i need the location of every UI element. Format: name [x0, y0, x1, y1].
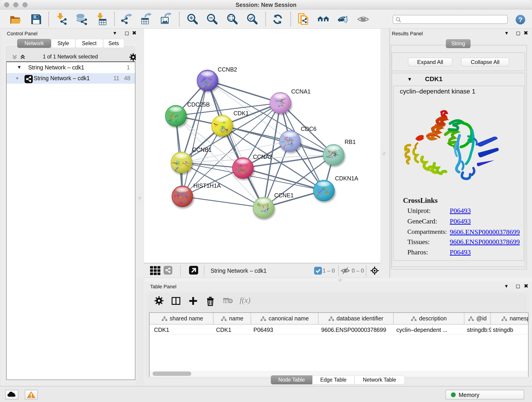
svg-text:CCNB2: CCNB2: [218, 66, 237, 73]
svg-text:CDK1: CDK1: [234, 110, 249, 116]
svg-text:?: ?: [518, 16, 522, 23]
svg-text:CCNE1: CCNE1: [274, 192, 294, 198]
svg-text:CDC6: CDC6: [301, 126, 317, 132]
svg-text:CCNA2: CCNA2: [253, 153, 272, 160]
svg-text:CDKN1A: CDKN1A: [335, 175, 358, 182]
svg-text:RB1: RB1: [345, 139, 356, 145]
svg-text:HIST1H1A: HIST1H1A: [193, 182, 221, 189]
svg-text:CCNA1: CCNA1: [291, 88, 311, 95]
svg-text:CDC25B: CDC25B: [187, 101, 210, 108]
svg-text:CCNB1: CCNB1: [192, 147, 212, 153]
